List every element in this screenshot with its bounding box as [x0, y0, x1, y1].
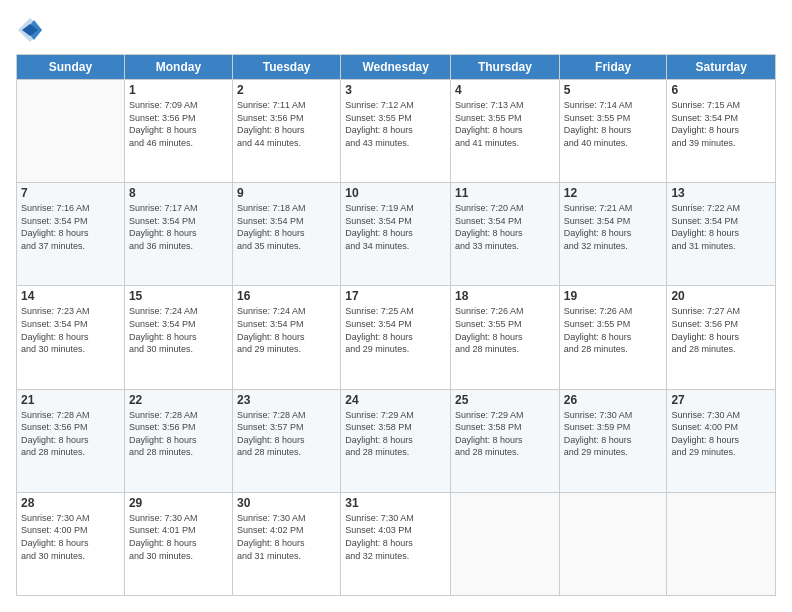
day-info: Sunrise: 7:19 AM Sunset: 3:54 PM Dayligh… — [345, 202, 446, 252]
day-number: 19 — [564, 289, 663, 303]
day-info: Sunrise: 7:30 AM Sunset: 4:00 PM Dayligh… — [671, 409, 771, 459]
calendar-day-header: Monday — [124, 55, 232, 80]
calendar-cell: 11Sunrise: 7:20 AM Sunset: 3:54 PM Dayli… — [451, 183, 560, 286]
day-number: 9 — [237, 186, 336, 200]
day-info: Sunrise: 7:26 AM Sunset: 3:55 PM Dayligh… — [564, 305, 663, 355]
day-number: 3 — [345, 83, 446, 97]
day-number: 4 — [455, 83, 555, 97]
calendar-cell: 2Sunrise: 7:11 AM Sunset: 3:56 PM Daylig… — [233, 80, 341, 183]
day-info: Sunrise: 7:30 AM Sunset: 4:01 PM Dayligh… — [129, 512, 228, 562]
day-number: 5 — [564, 83, 663, 97]
day-info: Sunrise: 7:22 AM Sunset: 3:54 PM Dayligh… — [671, 202, 771, 252]
day-info: Sunrise: 7:29 AM Sunset: 3:58 PM Dayligh… — [455, 409, 555, 459]
page: SundayMondayTuesdayWednesdayThursdayFrid… — [0, 0, 792, 612]
day-info: Sunrise: 7:30 AM Sunset: 4:03 PM Dayligh… — [345, 512, 446, 562]
calendar-cell: 22Sunrise: 7:28 AM Sunset: 3:56 PM Dayli… — [124, 389, 232, 492]
day-number: 7 — [21, 186, 120, 200]
day-info: Sunrise: 7:28 AM Sunset: 3:57 PM Dayligh… — [237, 409, 336, 459]
day-number: 24 — [345, 393, 446, 407]
calendar-cell: 30Sunrise: 7:30 AM Sunset: 4:02 PM Dayli… — [233, 492, 341, 595]
day-number: 26 — [564, 393, 663, 407]
calendar-cell: 17Sunrise: 7:25 AM Sunset: 3:54 PM Dayli… — [341, 286, 451, 389]
day-number: 13 — [671, 186, 771, 200]
day-info: Sunrise: 7:25 AM Sunset: 3:54 PM Dayligh… — [345, 305, 446, 355]
calendar-cell: 12Sunrise: 7:21 AM Sunset: 3:54 PM Dayli… — [559, 183, 667, 286]
day-info: Sunrise: 7:21 AM Sunset: 3:54 PM Dayligh… — [564, 202, 663, 252]
day-info: Sunrise: 7:26 AM Sunset: 3:55 PM Dayligh… — [455, 305, 555, 355]
day-number: 23 — [237, 393, 336, 407]
day-info: Sunrise: 7:14 AM Sunset: 3:55 PM Dayligh… — [564, 99, 663, 149]
day-number: 17 — [345, 289, 446, 303]
day-number: 10 — [345, 186, 446, 200]
day-info: Sunrise: 7:16 AM Sunset: 3:54 PM Dayligh… — [21, 202, 120, 252]
calendar-cell: 5Sunrise: 7:14 AM Sunset: 3:55 PM Daylig… — [559, 80, 667, 183]
calendar-cell — [17, 80, 125, 183]
day-number: 31 — [345, 496, 446, 510]
day-number: 20 — [671, 289, 771, 303]
calendar-cell: 21Sunrise: 7:28 AM Sunset: 3:56 PM Dayli… — [17, 389, 125, 492]
day-number: 6 — [671, 83, 771, 97]
calendar-cell: 27Sunrise: 7:30 AM Sunset: 4:00 PM Dayli… — [667, 389, 776, 492]
day-number: 12 — [564, 186, 663, 200]
calendar-cell: 1Sunrise: 7:09 AM Sunset: 3:56 PM Daylig… — [124, 80, 232, 183]
calendar-cell: 24Sunrise: 7:29 AM Sunset: 3:58 PM Dayli… — [341, 389, 451, 492]
day-number: 25 — [455, 393, 555, 407]
day-info: Sunrise: 7:18 AM Sunset: 3:54 PM Dayligh… — [237, 202, 336, 252]
day-info: Sunrise: 7:09 AM Sunset: 3:56 PM Dayligh… — [129, 99, 228, 149]
calendar-cell: 7Sunrise: 7:16 AM Sunset: 3:54 PM Daylig… — [17, 183, 125, 286]
day-info: Sunrise: 7:15 AM Sunset: 3:54 PM Dayligh… — [671, 99, 771, 149]
day-number: 16 — [237, 289, 336, 303]
day-number: 18 — [455, 289, 555, 303]
calendar-cell — [667, 492, 776, 595]
calendar-cell: 31Sunrise: 7:30 AM Sunset: 4:03 PM Dayli… — [341, 492, 451, 595]
calendar-cell: 6Sunrise: 7:15 AM Sunset: 3:54 PM Daylig… — [667, 80, 776, 183]
calendar-cell: 28Sunrise: 7:30 AM Sunset: 4:00 PM Dayli… — [17, 492, 125, 595]
day-number: 1 — [129, 83, 228, 97]
calendar-cell: 15Sunrise: 7:24 AM Sunset: 3:54 PM Dayli… — [124, 286, 232, 389]
day-number: 30 — [237, 496, 336, 510]
day-number: 8 — [129, 186, 228, 200]
calendar-day-header: Tuesday — [233, 55, 341, 80]
calendar-cell: 13Sunrise: 7:22 AM Sunset: 3:54 PM Dayli… — [667, 183, 776, 286]
day-number: 29 — [129, 496, 228, 510]
calendar-week-row: 28Sunrise: 7:30 AM Sunset: 4:00 PM Dayli… — [17, 492, 776, 595]
day-info: Sunrise: 7:20 AM Sunset: 3:54 PM Dayligh… — [455, 202, 555, 252]
calendar-cell — [451, 492, 560, 595]
header — [16, 16, 776, 44]
day-info: Sunrise: 7:23 AM Sunset: 3:54 PM Dayligh… — [21, 305, 120, 355]
calendar-cell: 25Sunrise: 7:29 AM Sunset: 3:58 PM Dayli… — [451, 389, 560, 492]
calendar-week-row: 14Sunrise: 7:23 AM Sunset: 3:54 PM Dayli… — [17, 286, 776, 389]
calendar-cell: 23Sunrise: 7:28 AM Sunset: 3:57 PM Dayli… — [233, 389, 341, 492]
day-info: Sunrise: 7:17 AM Sunset: 3:54 PM Dayligh… — [129, 202, 228, 252]
calendar-cell: 18Sunrise: 7:26 AM Sunset: 3:55 PM Dayli… — [451, 286, 560, 389]
day-number: 28 — [21, 496, 120, 510]
calendar-cell: 9Sunrise: 7:18 AM Sunset: 3:54 PM Daylig… — [233, 183, 341, 286]
calendar-day-header: Thursday — [451, 55, 560, 80]
day-number: 14 — [21, 289, 120, 303]
day-info: Sunrise: 7:29 AM Sunset: 3:58 PM Dayligh… — [345, 409, 446, 459]
day-number: 15 — [129, 289, 228, 303]
calendar-cell: 14Sunrise: 7:23 AM Sunset: 3:54 PM Dayli… — [17, 286, 125, 389]
calendar-cell: 20Sunrise: 7:27 AM Sunset: 3:56 PM Dayli… — [667, 286, 776, 389]
calendar-cell: 16Sunrise: 7:24 AM Sunset: 3:54 PM Dayli… — [233, 286, 341, 389]
calendar-cell: 29Sunrise: 7:30 AM Sunset: 4:01 PM Dayli… — [124, 492, 232, 595]
day-number: 22 — [129, 393, 228, 407]
day-info: Sunrise: 7:30 AM Sunset: 3:59 PM Dayligh… — [564, 409, 663, 459]
calendar-cell: 19Sunrise: 7:26 AM Sunset: 3:55 PM Dayli… — [559, 286, 667, 389]
calendar-day-header: Saturday — [667, 55, 776, 80]
calendar-day-header: Friday — [559, 55, 667, 80]
calendar-week-row: 21Sunrise: 7:28 AM Sunset: 3:56 PM Dayli… — [17, 389, 776, 492]
day-info: Sunrise: 7:13 AM Sunset: 3:55 PM Dayligh… — [455, 99, 555, 149]
day-info: Sunrise: 7:30 AM Sunset: 4:02 PM Dayligh… — [237, 512, 336, 562]
calendar-table: SundayMondayTuesdayWednesdayThursdayFrid… — [16, 54, 776, 596]
day-info: Sunrise: 7:12 AM Sunset: 3:55 PM Dayligh… — [345, 99, 446, 149]
calendar-header-row: SundayMondayTuesdayWednesdayThursdayFrid… — [17, 55, 776, 80]
calendar-cell: 8Sunrise: 7:17 AM Sunset: 3:54 PM Daylig… — [124, 183, 232, 286]
day-info: Sunrise: 7:28 AM Sunset: 3:56 PM Dayligh… — [129, 409, 228, 459]
day-info: Sunrise: 7:11 AM Sunset: 3:56 PM Dayligh… — [237, 99, 336, 149]
day-number: 2 — [237, 83, 336, 97]
day-info: Sunrise: 7:27 AM Sunset: 3:56 PM Dayligh… — [671, 305, 771, 355]
day-info: Sunrise: 7:24 AM Sunset: 3:54 PM Dayligh… — [129, 305, 228, 355]
calendar-cell — [559, 492, 667, 595]
day-info: Sunrise: 7:24 AM Sunset: 3:54 PM Dayligh… — [237, 305, 336, 355]
